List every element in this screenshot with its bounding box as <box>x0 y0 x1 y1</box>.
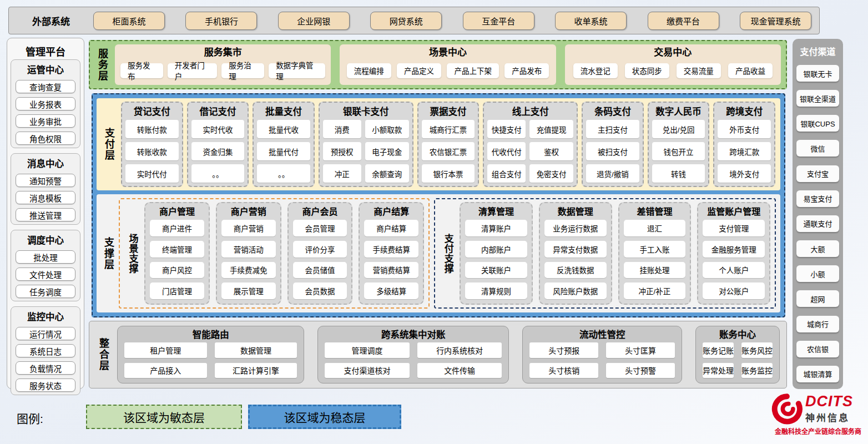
management-item-button[interactable]: 业务报表 <box>16 97 75 110</box>
service-item-button[interactable]: 状态同步 <box>625 63 669 78</box>
payment-item-button[interactable]: 银行本票 <box>422 164 475 183</box>
payment-item-button[interactable]: 小额取款 <box>365 120 409 138</box>
support-item-button[interactable]: 清算规则 <box>465 282 527 299</box>
external-system-button[interactable]: 柜面系统 <box>93 12 165 30</box>
external-system-button[interactable]: 缴费平台 <box>648 12 719 30</box>
payment-item-button[interactable]: 批量代收 <box>257 120 310 138</box>
integration-item-button[interactable]: 头寸核销 <box>529 363 598 379</box>
integration-item-button[interactable]: 异常处理 <box>703 363 734 379</box>
payment-item-button[interactable]: 资金归集 <box>191 142 245 160</box>
integration-item-button[interactable]: 数据管理 <box>215 342 297 358</box>
support-item-button[interactable]: 挂账处理 <box>624 262 686 279</box>
payment-item-button[interactable]: 预授权 <box>323 142 361 160</box>
payment-item-button[interactable]: 免密支付 <box>529 164 573 183</box>
payment-item-button[interactable]: 转账付款 <box>125 120 179 138</box>
payment-channel-button[interactable]: 微信 <box>796 140 839 157</box>
support-item-button[interactable]: 营销活动 <box>221 241 276 258</box>
support-item-button[interactable]: 风险账户数据 <box>544 282 607 299</box>
payment-item-button[interactable]: 。。 <box>257 164 310 183</box>
integration-item-button[interactable]: 支付渠道核对 <box>325 363 410 379</box>
payment-channel-button[interactable]: 城商行 <box>796 316 839 332</box>
management-item-button[interactable]: 任务调度 <box>16 285 75 298</box>
payment-item-button[interactable]: 。。 <box>191 164 245 183</box>
integration-item-button[interactable]: 头寸匡算 <box>606 342 675 358</box>
support-item-button[interactable]: 多级结算 <box>364 282 418 299</box>
payment-item-button[interactable]: 充值提现 <box>529 120 573 138</box>
management-item-button[interactable]: 运行情况 <box>16 327 75 340</box>
payment-channel-button[interactable]: 银联全渠道 <box>796 90 839 107</box>
external-system-button[interactable]: 手机银行 <box>185 12 257 30</box>
integration-item-button[interactable]: 管理调度 <box>325 342 410 358</box>
support-item-button[interactable]: 商户进件 <box>150 220 204 236</box>
support-item-button[interactable]: 异常支付数据 <box>544 241 607 258</box>
service-item-button[interactable]: 流程编排 <box>347 63 391 78</box>
support-item-button[interactable]: 金融服务管理 <box>703 241 765 258</box>
support-item-button[interactable]: 会员管理 <box>293 220 347 236</box>
payment-channel-button[interactable]: 大额 <box>796 240 839 257</box>
payment-item-button[interactable]: 退货/撤销 <box>586 164 639 183</box>
payment-channel-button[interactable]: 通联支付 <box>796 215 839 232</box>
payment-item-button[interactable]: 余额查询 <box>365 164 409 183</box>
support-item-button[interactable]: 手续费结算 <box>364 241 418 258</box>
service-item-button[interactable]: 流水登记 <box>573 63 618 78</box>
payment-item-button[interactable]: 境外支付 <box>718 164 771 183</box>
payment-channel-button[interactable]: 超网 <box>796 290 839 307</box>
support-item-button[interactable]: 退汇 <box>624 220 686 236</box>
payment-item-button[interactable]: 冲正 <box>323 164 361 183</box>
payment-channel-button[interactable]: 农信银 <box>796 341 839 357</box>
payment-channel-button[interactable]: 银联无卡 <box>796 65 839 82</box>
payment-item-button[interactable]: 跨境汇款 <box>718 142 771 160</box>
support-item-button[interactable]: 手工入账 <box>624 241 686 258</box>
support-item-button[interactable]: 会员储值 <box>293 262 347 279</box>
support-item-button[interactable]: 商户营销 <box>221 220 276 236</box>
payment-item-button[interactable]: 农信银汇票 <box>422 142 475 160</box>
support-item-button[interactable]: 评价分享 <box>293 241 347 258</box>
payment-channel-button[interactable]: 小额 <box>796 265 839 282</box>
management-item-button[interactable]: 文件处理 <box>16 268 75 281</box>
payment-channel-button[interactable]: 支付宝 <box>796 165 839 182</box>
integration-item-button[interactable]: 租户管理 <box>124 342 207 358</box>
integration-item-button[interactable]: 账务风控 <box>741 342 773 358</box>
payment-item-button[interactable]: 城商行汇票 <box>422 120 475 138</box>
management-item-button[interactable]: 查询查复 <box>16 80 75 93</box>
payment-item-button[interactable]: 快捷支付 <box>487 120 526 138</box>
support-item-button[interactable]: 展示管理 <box>221 282 276 299</box>
management-item-button[interactable]: 通知预警 <box>16 174 75 187</box>
support-item-button[interactable]: 对公账户 <box>703 282 765 299</box>
service-item-button[interactable]: 产品发布 <box>504 63 549 78</box>
support-item-button[interactable]: 关联账户 <box>465 262 527 279</box>
service-item-button[interactable]: 服务发布 <box>120 63 163 78</box>
service-item-button[interactable]: 产品上下架 <box>447 63 499 78</box>
payment-item-button[interactable]: 电子现金 <box>365 142 409 160</box>
payment-item-button[interactable]: 代收代付 <box>487 142 526 160</box>
support-item-button[interactable]: 商户风控 <box>150 262 204 279</box>
support-item-button[interactable]: 内部账户 <box>465 241 527 258</box>
support-item-button[interactable]: 冲正/补正 <box>624 282 686 299</box>
service-item-button[interactable]: 交易流量 <box>677 63 721 78</box>
payment-item-button[interactable]: 实时代收 <box>191 120 245 138</box>
integration-item-button[interactable]: 账务记账 <box>703 342 734 358</box>
management-item-button[interactable]: 推送管理 <box>16 208 75 221</box>
external-system-button[interactable]: 收单系统 <box>555 12 627 30</box>
external-system-button[interactable]: 网贷系统 <box>370 12 442 30</box>
payment-item-button[interactable]: 组合支付 <box>487 164 526 183</box>
payment-item-button[interactable]: 转钱 <box>652 164 705 183</box>
payment-item-button[interactable]: 兑出/兑回 <box>652 120 705 138</box>
support-item-button[interactable]: 会员数据 <box>293 282 347 299</box>
payment-item-button[interactable]: 消费 <box>323 120 361 138</box>
integration-item-button[interactable]: 账务监控 <box>741 363 773 379</box>
management-item-button[interactable]: 角色权限 <box>16 132 75 145</box>
management-item-button[interactable]: 服务状态 <box>16 379 75 392</box>
management-item-button[interactable]: 负载情况 <box>16 361 75 375</box>
support-item-button[interactable]: 手续费减免 <box>221 262 276 279</box>
payment-item-button[interactable]: 转账收款 <box>125 142 179 160</box>
management-item-button[interactable]: 批处理 <box>16 250 75 264</box>
support-item-button[interactable]: 支付管理 <box>703 220 765 236</box>
payment-item-button[interactable]: 外币支付 <box>718 120 771 138</box>
service-item-button[interactable]: 产品收益 <box>728 63 773 78</box>
payment-channel-button[interactable]: 城银清算 <box>796 366 839 382</box>
management-item-button[interactable]: 系统日志 <box>16 344 75 357</box>
external-system-button[interactable]: 现金管理系统 <box>740 12 811 30</box>
service-item-button[interactable]: 产品定义 <box>397 63 441 78</box>
integration-item-button[interactable]: 汇路计算引擎 <box>215 363 297 379</box>
